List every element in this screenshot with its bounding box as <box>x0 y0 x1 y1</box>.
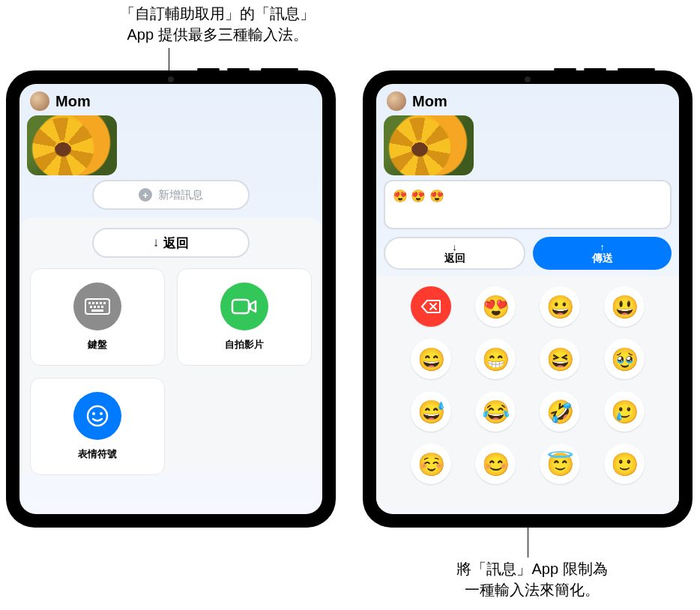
ipad-left: Mom + 新增訊息 ↓ 返回 <box>6 70 336 528</box>
caption-top: 「自訂輔助取用」的「訊息」 App 提供最多三種輸入法。 <box>90 3 345 45</box>
tile-emoji[interactable]: 表情符號 <box>30 378 165 475</box>
callout-line-bottom <box>528 528 528 558</box>
emoji-key[interactable]: 😅 <box>411 391 451 432</box>
svg-rect-2 <box>92 302 94 304</box>
back-label: 返回 <box>163 235 189 252</box>
svg-rect-8 <box>97 306 100 308</box>
new-message-button[interactable]: + 新增訊息 <box>92 180 250 210</box>
input-panel: ↓ 返回 鍵盤 <box>19 217 322 472</box>
volume-button-indicator <box>197 68 220 70</box>
caption-bottom: 將「訊息」App 限制為 一種輸入法來簡化。 <box>405 558 660 600</box>
emoji-key[interactable]: 😄 <box>411 339 451 379</box>
send-button[interactable]: ↑ 傳送 <box>533 237 672 270</box>
emoji-key[interactable]: 😁 <box>475 339 516 379</box>
svg-point-14 <box>100 412 103 415</box>
emoji-key[interactable]: ☺️ <box>411 444 451 484</box>
emoji-key[interactable]: 🤣 <box>540 391 580 432</box>
received-photo-message[interactable] <box>27 115 117 175</box>
header: Mom <box>376 84 679 115</box>
emoji-key[interactable]: 😆 <box>540 339 580 379</box>
tile-emoji-label: 表情符號 <box>78 447 117 461</box>
header: Mom <box>19 84 322 115</box>
camera-indicator <box>525 76 531 82</box>
volume-button-indicator <box>584 68 606 70</box>
svg-rect-3 <box>96 302 98 304</box>
emoji-key[interactable]: 😂 <box>475 391 516 432</box>
emoji-key[interactable]: 😀 <box>540 286 580 327</box>
down-arrow-icon: ↓ <box>153 235 160 250</box>
down-arrow-icon: ↓ <box>452 242 457 252</box>
tile-keyboard-label: 鍵盤 <box>88 338 107 351</box>
svg-rect-1 <box>88 302 91 304</box>
screen-right: Mom 😍 😍 😍 ↓ 返回 ↑ 傳送 😍 <box>376 84 679 514</box>
back-button[interactable]: ↓ 返回 <box>92 228 250 258</box>
emoji-key[interactable]: 🥹 <box>604 339 645 379</box>
tile-video[interactable]: 自拍影片 <box>177 268 312 366</box>
emoji-key[interactable]: 🙂 <box>604 444 645 484</box>
received-photo-message[interactable] <box>384 115 474 175</box>
svg-rect-9 <box>101 306 103 308</box>
keyboard-icon <box>73 283 121 330</box>
svg-rect-7 <box>94 306 96 308</box>
message-input-value: 😍 😍 😍 <box>393 190 444 202</box>
screen-left: Mom + 新增訊息 ↓ 返回 <box>19 84 322 514</box>
input-method-tiles: 鍵盤 自拍影片 <box>30 268 312 475</box>
emoji-key[interactable]: 🥲 <box>604 391 645 432</box>
ipad-right: Mom 😍 😍 😍 ↓ 返回 ↑ 傳送 😍 <box>363 70 693 528</box>
svg-point-12 <box>88 406 107 426</box>
svg-rect-6 <box>90 306 92 308</box>
svg-rect-10 <box>91 309 103 312</box>
contact-name: Mom <box>55 93 91 110</box>
back-button[interactable]: ↓ 返回 <box>384 237 525 270</box>
contact-avatar[interactable] <box>387 91 406 111</box>
emoji-icon <box>73 392 121 440</box>
svg-rect-5 <box>103 302 106 304</box>
volume-button-indicator <box>554 68 576 70</box>
emoji-keyboard: 😍 😀 😃 😄 😁 😆 🥹 😅 😂 🤣 🥲 ☺️ 😊 😇 🙂 <box>376 276 679 508</box>
tile-video-label: 自拍影片 <box>225 338 264 351</box>
volume-button-indicator <box>227 68 250 70</box>
new-message-label: 新增訊息 <box>158 188 203 202</box>
contact-name: Mom <box>412 93 447 110</box>
tile-keyboard[interactable]: 鍵盤 <box>30 268 165 366</box>
power-button-indicator <box>261 68 298 70</box>
contact-avatar[interactable] <box>30 91 49 111</box>
svg-rect-4 <box>100 302 102 304</box>
emoji-key[interactable]: 😇 <box>540 444 580 484</box>
camera-indicator <box>168 76 174 82</box>
back-label: 返回 <box>444 252 465 265</box>
up-arrow-icon: ↑ <box>600 242 605 252</box>
message-input[interactable]: 😍 😍 😍 <box>384 180 672 229</box>
delete-key[interactable] <box>411 286 451 327</box>
send-label: 傳送 <box>592 252 613 265</box>
power-button-indicator <box>618 68 655 70</box>
plus-icon: + <box>139 188 152 202</box>
emoji-key[interactable]: 😃 <box>604 286 645 327</box>
emoji-key[interactable]: 😍 <box>475 286 516 327</box>
action-row: ↓ 返回 ↑ 傳送 <box>376 237 679 276</box>
emoji-key[interactable]: 😊 <box>475 444 516 484</box>
svg-rect-11 <box>232 300 249 313</box>
svg-point-13 <box>92 412 95 415</box>
video-icon <box>220 283 268 330</box>
